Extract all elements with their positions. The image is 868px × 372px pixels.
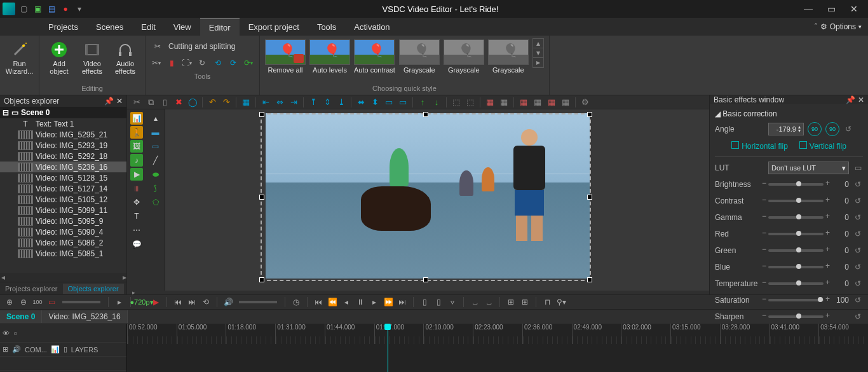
clock-icon[interactable]: ◷	[290, 296, 302, 308]
video-effects-button[interactable]: Video effects	[78, 38, 107, 75]
tree-item[interactable]: Video: IMG_5095_9	[0, 216, 126, 226]
poly-sh-icon[interactable]: ⬠	[149, 196, 162, 209]
align-l-icon[interactable]: ⇤	[260, 97, 271, 108]
menu-activation[interactable]: Activation	[345, 18, 398, 36]
eq-icon[interactable]: ⫼	[130, 182, 143, 195]
paste-icon[interactable]: ▯	[159, 97, 170, 108]
zoomfit-icon[interactable]: ▭	[46, 296, 57, 308]
tree-item[interactable]: Video: IMG_5090_4	[0, 226, 126, 237]
circle-icon[interactable]: ◯	[187, 97, 198, 108]
link-icon[interactable]: ⚲▾	[555, 296, 567, 308]
align-c-icon[interactable]: ⇔	[274, 97, 285, 108]
scissors2-icon[interactable]: ✂▾	[151, 56, 162, 70]
chart-icon[interactable]: 📊	[130, 112, 143, 125]
tree-item[interactable]: Video: IMG_5105_12	[0, 194, 126, 205]
line-sh-icon[interactable]: ╱	[149, 154, 162, 167]
preview-canvas[interactable]	[165, 109, 709, 291]
last-frame-icon[interactable]: ⏭	[397, 296, 408, 308]
marker-icon[interactable]: ▿	[447, 296, 458, 308]
stop-icon[interactable]: ⏸	[355, 296, 366, 308]
selection-box[interactable]	[261, 113, 591, 281]
split1-icon[interactable]: ⎵	[469, 296, 480, 308]
volume-slider[interactable]	[239, 301, 277, 303]
cut-icon[interactable]: ✂	[131, 97, 142, 108]
settings-icon[interactable]: ⚙	[580, 97, 591, 108]
sharpen-slider[interactable]	[768, 315, 824, 318]
pointer-icon[interactable]: ▴	[149, 112, 162, 125]
basic-correction-header[interactable]: ◢ Basic correction	[715, 107, 863, 121]
tree-item[interactable]: Video: IMG_5128_15	[0, 172, 126, 183]
style-grayscale-5[interactable]: Grayscale	[488, 39, 529, 74]
tooltip-icon[interactable]: ⋯	[130, 224, 143, 237]
tree-item[interactable]: Video: IMG_5086_2	[0, 237, 126, 248]
timeline[interactable]: 👁 ○ ⊞🔊COM...📊▯LAYERS 00:52.00001:05.0000…	[0, 324, 868, 372]
sharpen-reset-icon[interactable]: ↺	[853, 312, 863, 321]
down-icon[interactable]: ↓	[431, 97, 442, 108]
align-m-icon[interactable]: ⇕	[322, 97, 333, 108]
tab-projects-explorer[interactable]: Projects explorer	[0, 284, 63, 294]
red-slider[interactable]	[768, 233, 824, 235]
expand-icon2[interactable]: ▸	[114, 296, 125, 308]
blue-slider[interactable]	[768, 266, 824, 268]
menu-tools[interactable]: Tools	[308, 18, 345, 36]
ellipse-sh-icon[interactable]: ⬬	[149, 168, 162, 181]
timeline-track-1[interactable]: ⊞🔊COM...📊▯LAYERS	[0, 343, 126, 357]
tree-item[interactable]: Video: IMG_5292_18	[0, 151, 126, 162]
brightness-slider[interactable]	[768, 183, 824, 186]
lock-icon[interactable]: ○	[13, 329, 18, 337]
tree-item[interactable]: Video: IMG_5293_19	[0, 140, 126, 151]
timeline-track-2[interactable]	[0, 357, 126, 371]
angle-input[interactable]: -179.9▴▾	[768, 123, 804, 135]
ungroup-icon[interactable]: ⬚	[465, 97, 476, 108]
select-icon[interactable]: ▦	[240, 97, 252, 108]
undo-icon[interactable]: ↶	[207, 97, 218, 108]
zoom100-icon[interactable]: 100	[32, 296, 43, 308]
angle-reset-icon[interactable]: ↺	[843, 125, 853, 134]
menu-editor[interactable]: Editor	[200, 18, 240, 36]
next-scene-icon[interactable]: ⏭	[186, 296, 198, 308]
menu-scenes[interactable]: Scenes	[87, 18, 132, 36]
style-auto-contrast-2[interactable]: Auto contrast	[354, 39, 395, 74]
temperature-slider[interactable]	[768, 282, 824, 285]
close-button[interactable]: ✕	[843, 4, 865, 14]
dist3-icon[interactable]: ▭	[383, 97, 395, 108]
tree-item[interactable]: Video: IMG_5099_11	[0, 205, 126, 216]
audio-effects-button[interactable]: Audio effects	[111, 38, 140, 75]
tab-objects-explorer[interactable]: Objects explorer	[63, 284, 124, 294]
tree-item[interactable]: Video: IMG_5127_14	[0, 183, 126, 194]
person-icon[interactable]: 🚶	[130, 126, 143, 139]
scene-row[interactable]: ⊟▭Scene 0	[0, 107, 126, 118]
up-icon[interactable]: ↑	[417, 97, 428, 108]
ffwd-icon[interactable]: ⏩	[383, 296, 394, 308]
copy-icon[interactable]: ⧉	[145, 97, 156, 108]
options-button[interactable]: ⚙Options▾	[820, 22, 862, 31]
vflip-checkbox[interactable]: Vertical flip	[799, 141, 846, 151]
menu-projects[interactable]: Projects	[39, 18, 87, 36]
rot90-icon[interactable]: ⟲	[212, 56, 224, 70]
sel4-icon[interactable]: ▦	[560, 97, 571, 108]
align-t-icon[interactable]: ⤒	[308, 97, 319, 108]
razor-icon[interactable]: ▮	[166, 56, 177, 70]
hflip-checkbox[interactable]: Horizontal flip	[731, 141, 788, 151]
music-icon[interactable]: ♪	[130, 154, 143, 167]
close-pane-icon[interactable]: ✕	[116, 97, 123, 106]
rot90l-button[interactable]: 90	[808, 122, 822, 136]
expand-tools-icon[interactable]: ▸	[132, 289, 135, 296]
magnet-icon[interactable]: ⊓	[541, 296, 553, 308]
resolution-dropdown[interactable]: ● 720p ▾	[136, 296, 147, 308]
contrast-reset-icon[interactable]: ↺	[853, 196, 863, 205]
saturation-reset-icon[interactable]: ↺	[853, 296, 863, 305]
lut-folder-icon[interactable]: ▭	[853, 163, 863, 172]
pin2-icon[interactable]: 📌	[846, 95, 855, 104]
snap2-icon[interactable]: ⊞	[519, 296, 531, 308]
sel3-icon[interactable]: ▦	[546, 97, 557, 108]
prev-scene-icon[interactable]: ⏮	[172, 296, 184, 308]
red-reset-icon[interactable]: ↺	[853, 230, 863, 238]
first-frame-icon[interactable]: ⏮	[313, 296, 324, 308]
text-icon[interactable]: T	[130, 210, 143, 223]
step-fwd-icon[interactable]: ▸	[369, 296, 380, 308]
saturation-slider[interactable]	[768, 299, 824, 301]
menu-view[interactable]: View	[165, 18, 200, 36]
brightness-reset-icon[interactable]: ↺	[853, 180, 863, 189]
mark-out-icon[interactable]: ▯	[433, 296, 444, 308]
